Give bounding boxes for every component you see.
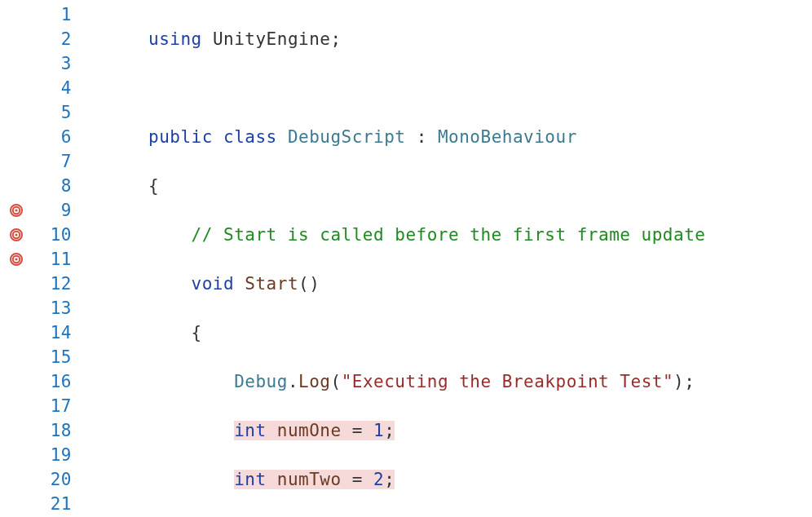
line-number: 12	[33, 272, 72, 296]
line-number: 21	[33, 492, 72, 516]
breakpoint-gutter[interactable]	[0, 0, 33, 517]
keyword-class: class	[223, 127, 277, 147]
code-editor[interactable]: using UnityEngine; public class DebugScr…	[91, 0, 812, 517]
svg-point-5	[15, 233, 17, 236]
number-literal: 1	[373, 421, 384, 440]
line-number: 1	[33, 2, 72, 27]
code-line-1[interactable]: using UnityEngine;	[148, 27, 812, 51]
line-number: 10	[33, 223, 72, 247]
line-number: 7	[33, 149, 72, 174]
line-number: 8	[33, 174, 72, 198]
string-literal: "Executing the Breakpoint Test"	[342, 372, 673, 391]
code-line-4[interactable]: {	[148, 174, 812, 198]
comment: // Start is called before the first fram…	[192, 225, 706, 245]
bp-slot-10[interactable]	[0, 223, 33, 247]
code-line-10[interactable]: int numTwo = 2;	[148, 467, 812, 492]
bp-slot-21[interactable]	[0, 492, 33, 516]
line-number: 15	[33, 345, 72, 369]
method-log: Log	[298, 372, 330, 391]
svg-point-8	[15, 258, 17, 260]
bp-slot-17[interactable]	[0, 394, 33, 418]
keyword-int: int	[234, 421, 266, 440]
line-number: 17	[33, 394, 72, 418]
breakpoint-icon	[10, 204, 23, 217]
keyword-using: using	[148, 29, 202, 49]
bp-slot-8[interactable]	[0, 174, 33, 198]
breakpoint-icon	[10, 228, 23, 241]
line-number: 16	[33, 369, 72, 394]
line-number: 11	[33, 247, 72, 272]
bp-slot-20[interactable]	[0, 467, 33, 492]
namespace: UnityEngine	[213, 29, 331, 49]
bp-slot-9[interactable]	[0, 198, 33, 223]
code-line-6[interactable]: void Start()	[148, 272, 812, 296]
class-name: DebugScript	[288, 127, 406, 147]
breakpoint-icon	[10, 253, 23, 266]
bp-slot-4[interactable]	[0, 76, 33, 100]
code-line-2[interactable]	[148, 76, 812, 100]
keyword-void: void	[192, 274, 235, 294]
bp-slot-19[interactable]	[0, 443, 33, 467]
bp-slot-15[interactable]	[0, 345, 33, 369]
keyword-int: int	[234, 470, 266, 489]
bp-slot-12[interactable]	[0, 272, 33, 296]
method-name: Start	[245, 274, 298, 294]
line-number: 19	[33, 443, 72, 467]
var-name: numOne	[277, 421, 342, 440]
line-number: 14	[33, 320, 72, 345]
line-number: 9	[33, 198, 72, 223]
bp-slot-3[interactable]	[0, 51, 33, 76]
line-number: 5	[33, 100, 72, 125]
line-number: 6	[33, 125, 72, 149]
code-line-7[interactable]: {	[148, 320, 812, 345]
bp-slot-7[interactable]	[0, 149, 33, 174]
bp-slot-16[interactable]	[0, 369, 33, 394]
line-number-gutter: 1 2 3 4 5 6 7 8 9 10 11 12 13 14 15 16 1…	[33, 0, 91, 517]
code-line-3[interactable]: public class DebugScript : MonoBehaviour	[148, 125, 812, 149]
code-line-9[interactable]: int numOne = 1;	[148, 418, 812, 443]
keyword-public: public	[148, 127, 213, 147]
code-line-8[interactable]: Debug.Log("Executing the Breakpoint Test…	[148, 369, 812, 394]
base-class: MonoBehaviour	[438, 127, 577, 147]
bp-slot-11[interactable]	[0, 247, 33, 272]
line-number: 4	[33, 76, 72, 100]
bp-slot-6[interactable]	[0, 125, 33, 149]
bp-slot-2[interactable]	[0, 27, 33, 51]
svg-point-2	[15, 209, 17, 211]
code-line-5[interactable]: // Start is called before the first fram…	[148, 223, 812, 247]
line-number: 2	[33, 27, 72, 51]
type-debug: Debug	[234, 372, 288, 391]
bp-slot-5[interactable]	[0, 100, 33, 125]
bp-slot-14[interactable]	[0, 320, 33, 345]
line-number: 3	[33, 51, 72, 76]
var-name: numTwo	[277, 470, 342, 489]
bp-slot-1[interactable]	[0, 2, 33, 27]
line-number: 18	[33, 418, 72, 443]
number-literal: 2	[373, 470, 384, 489]
line-number: 13	[33, 296, 72, 320]
bp-slot-13[interactable]	[0, 296, 33, 320]
line-number: 20	[33, 467, 72, 492]
bp-slot-18[interactable]	[0, 418, 33, 443]
